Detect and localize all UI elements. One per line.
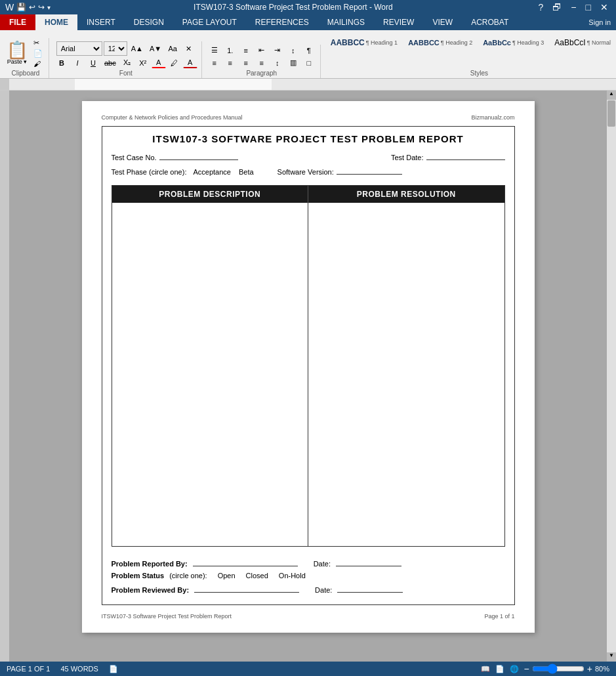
increase-indent-btn[interactable]: ⇥ [270,45,285,56]
test-phase-field: Test Phase (circle one): Acceptance Beta [112,168,254,176]
align-left-btn[interactable]: ≡ [207,58,222,68]
problem-desc-col[interactable] [112,203,309,546]
tab-home[interactable]: HOME [35,14,77,30]
form-row-1: Test Case No. Test Date: [112,151,505,161]
styles-row-items: AABBCC ¶ Heading 1 AABBCC ¶ Heading 2 Aa… [326,36,615,49]
borders-btn[interactable]: □ [302,58,316,68]
bold-btn[interactable]: B [54,58,69,68]
sort-btn[interactable]: ↕ [286,45,300,56]
quick-save[interactable]: 💾 [16,3,26,12]
status-circle: (circle one): [169,572,207,580]
font-shrink-btn[interactable]: A▼ [147,43,164,54]
underline-btn[interactable]: U [86,58,100,68]
copy-button[interactable]: 📄 [31,49,45,58]
font-color-btn[interactable]: A [183,57,197,68]
title-bar: W 💾 ↩ ↪ ▾ ITSW107-3 Software Project Tes… [0,0,616,14]
strikethrough-btn[interactable]: abc [102,58,119,68]
tab-review[interactable]: REVIEW [374,14,423,30]
zoom-level: 80% [595,665,609,673]
left-ruler [0,91,9,662]
normal-style[interactable]: AaBbCcI ¶ Normal [550,36,615,49]
maximize-btn[interactable]: □ [583,2,594,12]
clear-format-btn[interactable]: ✕ [181,43,195,54]
track-changes-icon[interactable]: 📄 [109,665,118,673]
tab-file[interactable]: FILE [0,14,35,30]
reviewed-by-row: Problem Reviewed By: Date: [112,583,505,594]
cut-button[interactable]: ✂ [31,38,45,48]
test-case-field: Test Case No. [112,151,238,161]
tab-references[interactable]: REFERENCES [246,14,318,30]
heading1-style[interactable]: AABBCC ¶ Heading 1 [326,36,402,49]
view-print-btn[interactable]: 📄 [495,665,504,673]
minimize-btn[interactable]: − [568,2,579,12]
italic-btn[interactable]: I [70,58,85,68]
problem-res-header: PROBLEM RESOLUTION [308,186,504,203]
bullets-btn[interactable]: ☰ [207,45,222,56]
shading-btn[interactable]: ▥ [286,57,300,68]
software-version-field: Software Version: [277,165,402,176]
paste-button[interactable]: 📋 [7,41,28,58]
scroll-down-btn[interactable]: ▼ [607,652,616,662]
sign-in[interactable]: Sign in [583,18,616,26]
redo-btn[interactable]: ↪ [38,3,45,12]
multilevel-btn[interactable]: ≡ [239,45,253,56]
paste-arrow[interactable]: Paste ▾ [7,58,28,65]
document-page: Computer & Network Policies and Procedur… [82,101,535,633]
font-name-select[interactable]: Arial [56,41,102,56]
status-on-hold: On-Hold [279,572,306,580]
tab-mailings[interactable]: MAILINGS [318,14,374,30]
zoom-in-btn[interactable]: + [587,664,592,674]
software-version-value[interactable] [337,165,402,175]
scroll-up-btn[interactable]: ▲ [607,91,616,100]
heading2-style[interactable]: AABBCC ¶ Heading 2 [403,36,477,49]
status-open: Open [218,572,236,580]
undo-btn[interactable]: ↩ [29,3,35,12]
tab-view[interactable]: VIEW [423,14,462,30]
align-center-btn[interactable]: ≡ [223,58,237,68]
ruler [0,79,616,91]
paragraph-label: Paragraph [246,70,277,77]
reported-date-value[interactable] [336,557,401,566]
numbering-btn[interactable]: 1. [223,45,237,56]
align-right-btn[interactable]: ≡ [239,58,253,68]
close-btn[interactable]: ✕ [598,2,611,12]
form-row-2: Test Phase (circle one): Acceptance Beta… [112,165,505,176]
tab-acrobat[interactable]: ACROBAT [462,14,518,30]
subscript-btn[interactable]: X₂ [120,57,134,68]
problem-res-col[interactable] [308,203,504,546]
text-color-btn[interactable]: A [152,57,166,68]
scroll-thumb[interactable] [607,100,615,127]
reported-date-label: Date: [314,560,331,568]
tab-page-layout[interactable]: PAGE LAYOUT [173,14,246,30]
decrease-indent-btn[interactable]: ⇤ [255,45,269,56]
test-date-field: Test Date: [391,151,505,161]
line-spacing-btn[interactable]: ↕ [270,58,285,68]
font-case-btn[interactable]: Aa [165,43,180,54]
restore-btn[interactable]: 🗗 [550,2,564,12]
test-case-value[interactable] [159,151,238,160]
zoom-out-btn[interactable]: − [524,664,529,674]
reviewed-by-value[interactable] [194,583,299,593]
svg-rect-1 [75,79,272,90]
font-size-select[interactable]: 12 [104,41,127,56]
font-group: Arial 12 A▲ A▼ Aa ✕ B I U abc X₂ X² A 🖊 … [51,41,202,78]
document-area[interactable]: Computer & Network Policies and Procedur… [9,91,607,662]
show-marks-btn[interactable]: ¶ [302,45,316,56]
styles-group: AABBCC ¶ Heading 1 AABBCC ¶ Heading 2 Aa… [322,36,616,78]
justify-btn[interactable]: ≡ [255,58,269,68]
zoom-slider[interactable] [532,664,585,674]
highlight-btn[interactable]: 🖊 [167,58,182,68]
tab-insert[interactable]: INSERT [77,14,125,30]
test-date-value[interactable] [426,151,505,160]
view-read-btn[interactable]: 📖 [481,665,490,673]
view-web-btn[interactable]: 🌐 [510,665,519,673]
reviewed-date-value[interactable] [337,583,403,593]
format-painter-button[interactable]: 🖌 [31,59,45,68]
font-grow-btn[interactable]: A▲ [129,43,146,54]
heading3-style[interactable]: AaBbCc ¶ Heading 3 [478,36,548,49]
help-btn[interactable]: ? [536,2,546,12]
scrollbar[interactable]: ▲ ▼ [607,91,616,662]
reported-by-value[interactable] [193,557,298,566]
superscript-btn[interactable]: X² [136,58,150,68]
tab-design[interactable]: DESIGN [125,14,173,30]
